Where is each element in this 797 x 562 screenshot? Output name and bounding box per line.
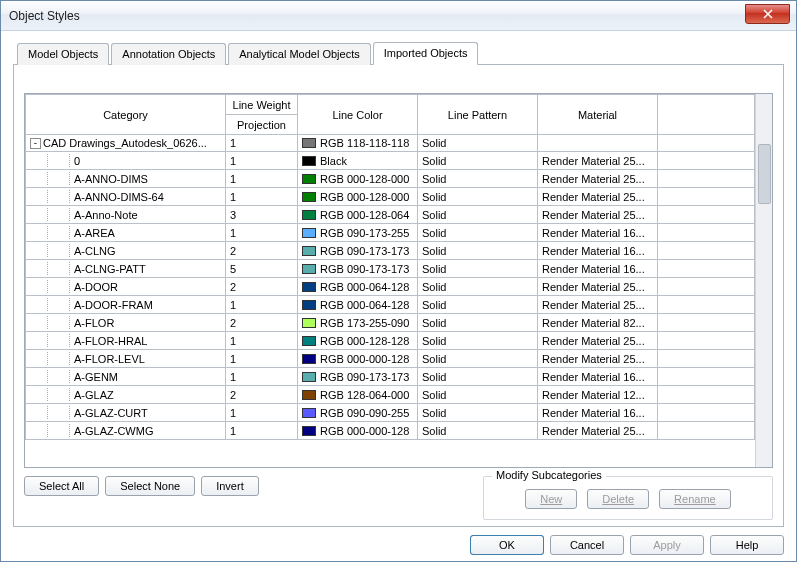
cell-linepattern[interactable]: Solid <box>418 152 538 170</box>
cell-linepattern[interactable]: Solid <box>418 314 538 332</box>
tab-imported-objects[interactable]: Imported Objects <box>373 42 479 65</box>
table-row[interactable]: A-GLAZ-CWMG1RGB 000-000-128SolidRender M… <box>26 422 755 440</box>
table-row[interactable]: A-Anno-Note3RGB 000-128-064SolidRender M… <box>26 206 755 224</box>
cell-linepattern[interactable]: Solid <box>418 404 538 422</box>
cell-linecolor[interactable]: RGB 000-000-128 <box>298 422 418 440</box>
table-row[interactable]: A-FLOR-HRAL1RGB 000-128-128SolidRender M… <box>26 332 755 350</box>
cell-linepattern[interactable]: Solid <box>418 350 538 368</box>
close-button[interactable] <box>745 4 790 24</box>
scrollbar-thumb[interactable] <box>758 144 771 204</box>
select-all-button[interactable]: Select All <box>24 476 99 496</box>
cell-linepattern[interactable]: Solid <box>418 242 538 260</box>
tab-annotation-objects[interactable]: Annotation Objects <box>111 43 226 65</box>
cell-linecolor[interactable]: RGB 000-128-000 <box>298 188 418 206</box>
cell-linecolor[interactable]: RGB 090-173-173 <box>298 260 418 278</box>
cancel-button[interactable]: Cancel <box>550 535 624 555</box>
cell-category[interactable]: A-ANNO-DIMS-64 <box>26 188 226 206</box>
table-row[interactable]: -CAD Drawings_Autodesk_0626...1RGB 118-1… <box>26 135 755 152</box>
cell-linepattern[interactable]: Solid <box>418 224 538 242</box>
cell-material[interactable]: Render Material 25... <box>538 278 658 296</box>
cell-category[interactable]: -CAD Drawings_Autodesk_0626... <box>26 135 226 152</box>
cell-category[interactable]: A-FLOR-HRAL <box>26 332 226 350</box>
cell-material[interactable]: Render Material 25... <box>538 206 658 224</box>
table-row[interactable]: A-GLAZ2RGB 128-064-000SolidRender Materi… <box>26 386 755 404</box>
cell-category[interactable]: A-FLOR-LEVL <box>26 350 226 368</box>
cell-linecolor[interactable]: RGB 118-118-118 <box>298 135 418 152</box>
cell-linepattern[interactable]: Solid <box>418 296 538 314</box>
cell-material[interactable]: Render Material 16... <box>538 404 658 422</box>
invert-button[interactable]: Invert <box>201 476 259 496</box>
cell-linecolor[interactable]: RGB 000-064-128 <box>298 278 418 296</box>
cell-linepattern[interactable]: Solid <box>418 135 538 152</box>
cell-lineweight[interactable]: 1 <box>226 368 298 386</box>
cell-lineweight[interactable]: 1 <box>226 296 298 314</box>
cell-category[interactable]: A-GLAZ-CWMG <box>26 422 226 440</box>
cell-material[interactable]: Render Material 16... <box>538 368 658 386</box>
cell-linepattern[interactable]: Solid <box>418 332 538 350</box>
cell-linepattern[interactable]: Solid <box>418 188 538 206</box>
cell-linecolor[interactable]: RGB 000-128-128 <box>298 332 418 350</box>
table-row[interactable]: A-CLNG-PATT5RGB 090-173-173SolidRender M… <box>26 260 755 278</box>
cell-material[interactable]: Render Material 12... <box>538 386 658 404</box>
cell-category[interactable]: A-AREA <box>26 224 226 242</box>
tree-expander[interactable]: - <box>30 138 41 149</box>
tab-analytical-model-objects[interactable]: Analytical Model Objects <box>228 43 370 65</box>
tab-model-objects[interactable]: Model Objects <box>17 43 109 65</box>
cell-lineweight[interactable]: 1 <box>226 135 298 152</box>
table-row[interactable]: A-FLOR-LEVL1RGB 000-000-128SolidRender M… <box>26 350 755 368</box>
cell-linecolor[interactable]: RGB 090-173-173 <box>298 368 418 386</box>
cell-lineweight[interactable]: 1 <box>226 422 298 440</box>
vertical-scrollbar[interactable] <box>755 94 772 467</box>
col-material[interactable]: Material <box>538 95 658 135</box>
cell-linecolor[interactable]: RGB 173-255-090 <box>298 314 418 332</box>
cell-lineweight[interactable]: 5 <box>226 260 298 278</box>
col-category[interactable]: Category <box>26 95 226 135</box>
col-extra[interactable] <box>658 95 755 135</box>
cell-category[interactable]: 0 <box>26 152 226 170</box>
cell-linepattern[interactable]: Solid <box>418 170 538 188</box>
cell-material[interactable]: Render Material 16... <box>538 260 658 278</box>
table-row[interactable]: A-DOOR-FRAM1RGB 000-064-128SolidRender M… <box>26 296 755 314</box>
table-row[interactable]: A-AREA1RGB 090-173-255SolidRender Materi… <box>26 224 755 242</box>
cell-category[interactable]: A-GLAZ-CURT <box>26 404 226 422</box>
cell-material[interactable]: Render Material 25... <box>538 350 658 368</box>
cell-lineweight[interactable]: 1 <box>226 224 298 242</box>
table-row[interactable]: A-ANNO-DIMS1RGB 000-128-000SolidRender M… <box>26 170 755 188</box>
cell-linepattern[interactable]: Solid <box>418 206 538 224</box>
table-row[interactable]: A-FLOR2RGB 173-255-090SolidRender Materi… <box>26 314 755 332</box>
cell-material[interactable]: Render Material 25... <box>538 296 658 314</box>
table-row[interactable]: 01BlackSolidRender Material 25... <box>26 152 755 170</box>
cell-category[interactable]: A-DOOR <box>26 278 226 296</box>
cell-linecolor[interactable]: RGB 090-090-255 <box>298 404 418 422</box>
cell-lineweight[interactable]: 2 <box>226 314 298 332</box>
cell-material[interactable]: Render Material 16... <box>538 242 658 260</box>
table-row[interactable]: A-ANNO-DIMS-641RGB 000-128-000SolidRende… <box>26 188 755 206</box>
cell-material[interactable]: Render Material 25... <box>538 152 658 170</box>
cell-material[interactable]: Render Material 25... <box>538 170 658 188</box>
cell-linepattern[interactable]: Solid <box>418 278 538 296</box>
cell-linepattern[interactable]: Solid <box>418 260 538 278</box>
cell-category[interactable]: A-GENM <box>26 368 226 386</box>
col-lineweight[interactable]: Line Weight <box>226 95 298 115</box>
cell-material[interactable] <box>538 135 658 152</box>
cell-linepattern[interactable]: Solid <box>418 422 538 440</box>
cell-category[interactable]: A-GLAZ <box>26 386 226 404</box>
cell-lineweight[interactable]: 2 <box>226 242 298 260</box>
cell-category[interactable]: A-Anno-Note <box>26 206 226 224</box>
cell-category[interactable]: A-DOOR-FRAM <box>26 296 226 314</box>
table-row[interactable]: A-CLNG2RGB 090-173-173SolidRender Materi… <box>26 242 755 260</box>
cell-material[interactable]: Render Material 16... <box>538 224 658 242</box>
table-row[interactable]: A-GENM1RGB 090-173-173SolidRender Materi… <box>26 368 755 386</box>
cell-lineweight[interactable]: 3 <box>226 206 298 224</box>
cell-linepattern[interactable]: Solid <box>418 368 538 386</box>
cell-linecolor[interactable]: RGB 128-064-000 <box>298 386 418 404</box>
ok-button[interactable]: OK <box>470 535 544 555</box>
cell-material[interactable]: Render Material 25... <box>538 188 658 206</box>
col-projection[interactable]: Projection <box>226 115 298 135</box>
cell-lineweight[interactable]: 1 <box>226 170 298 188</box>
cell-linecolor[interactable]: RGB 090-173-173 <box>298 242 418 260</box>
select-none-button[interactable]: Select None <box>105 476 195 496</box>
col-linecolor[interactable]: Line Color <box>298 95 418 135</box>
cell-lineweight[interactable]: 2 <box>226 278 298 296</box>
cell-lineweight[interactable]: 2 <box>226 386 298 404</box>
